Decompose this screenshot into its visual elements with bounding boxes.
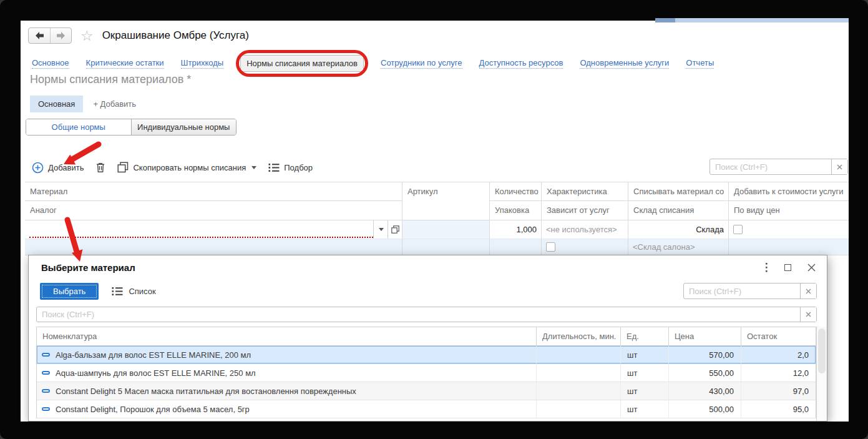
- quantity-cell[interactable]: 1,000: [490, 220, 542, 239]
- nomenclature-row[interactable]: Aqua-шампунь для волос EST ELLE MARINE, …: [37, 364, 816, 382]
- forward-button[interactable]: [50, 28, 71, 43]
- nav-active-chip-wrap: Нормы списания материалов: [240, 55, 364, 72]
- warehouse-cell[interactable]: <Склад салона>: [628, 239, 729, 255]
- col-header-duration[interactable]: Длительность, мин.: [537, 327, 621, 345]
- dialog-search-clear-wide[interactable]: [800, 307, 816, 322]
- depends-cell[interactable]: [542, 239, 628, 255]
- scrollbar-thumb[interactable]: [818, 328, 826, 373]
- favorite-star-icon[interactable]: ☆: [80, 29, 94, 43]
- characteristic-cell[interactable]: <не используется>: [542, 220, 628, 239]
- nav-tab-writeoff-norms[interactable]: Нормы списания материалов: [240, 55, 364, 72]
- item-stock: 12,0: [741, 364, 816, 382]
- nav-link-simultaneous[interactable]: Одновременные услуги: [580, 58, 669, 69]
- col-header-material[interactable]: Материал: [25, 182, 402, 201]
- nav-link-resources[interactable]: Доступность ресурсов: [479, 58, 563, 69]
- writeoff-from-cell[interactable]: Склада: [628, 220, 729, 239]
- material-cell[interactable]: [25, 220, 402, 239]
- item-unit: шт: [621, 400, 669, 418]
- col-header-quantity[interactable]: Количество: [490, 182, 542, 201]
- price-type-cell[interactable]: [729, 239, 849, 255]
- col-header-depends[interactable]: Зависит от услуг: [542, 201, 628, 220]
- open-item-icon: [391, 225, 399, 234]
- dialog-more-button[interactable]: [766, 263, 768, 272]
- app-window: ☆ Окрашивание Омбре (Услуга) Основное Кр…: [21, 21, 849, 422]
- maximize-icon: [784, 264, 791, 271]
- col-header-unit[interactable]: Ед.: [621, 327, 669, 345]
- list-view-button[interactable]: Список: [112, 287, 155, 296]
- pick-button[interactable]: Подбор: [268, 163, 313, 172]
- dialog-title: Выберите материал: [41, 262, 135, 273]
- dialog-search-input-top[interactable]: [684, 284, 800, 298]
- nomenclature-row-selected[interactable]: Alga-бальзам для волос EST ELLE MARINE, …: [37, 346, 816, 364]
- col-header-price[interactable]: Цена: [669, 327, 741, 345]
- tab-main[interactable]: Основная: [30, 96, 83, 112]
- plus-circle-icon: [32, 162, 44, 174]
- col-header-nomenclature[interactable]: Номенклатура: [37, 327, 537, 345]
- pack-cell[interactable]: [490, 239, 542, 255]
- more-dots-icon: [766, 263, 768, 272]
- col-header-writeoff-warehouse[interactable]: Склад списания: [628, 201, 729, 220]
- nav-link-critical-stock[interactable]: Критические остатки: [86, 58, 164, 69]
- main-search-box: [710, 159, 848, 175]
- item-duration: [537, 400, 621, 418]
- item-duration: [537, 382, 621, 400]
- dialog-maximize-button[interactable]: [784, 264, 791, 271]
- nomenclature-item-icon: [42, 353, 50, 357]
- dialog-close-button[interactable]: [807, 264, 816, 272]
- add-row-button[interactable]: Добавить: [32, 162, 84, 174]
- nomenclature-row[interactable]: Constant Delight 5 Масел маска питатильн…: [37, 382, 816, 400]
- page-title: Нормы списания материалов *: [30, 73, 191, 86]
- dialog-search-top: [683, 283, 817, 299]
- copy-norms-button[interactable]: Скопировать нормы списания: [117, 162, 256, 173]
- nav-link-employees[interactable]: Сотрудники по услуге: [381, 58, 462, 69]
- nomenclature-item-icon: [42, 371, 50, 375]
- background-window-edge: [675, 18, 849, 22]
- material-dropdown-button[interactable]: [373, 220, 388, 239]
- add-to-cost-cell[interactable]: [729, 220, 849, 239]
- col-header-pack[interactable]: Упаковка: [490, 201, 542, 220]
- window-title: Окрашивание Омбре (Услуга): [102, 29, 249, 42]
- col-header-writeoff-from[interactable]: Списывать материал со: [628, 182, 729, 201]
- col-header-article[interactable]: Артикул: [402, 182, 490, 220]
- dialog-search-input-wide[interactable]: [37, 307, 800, 322]
- nav-link-main[interactable]: Основное: [32, 58, 69, 69]
- add-to-cost-checkbox[interactable]: [733, 225, 743, 234]
- main-search-clear-button[interactable]: [831, 159, 847, 174]
- list-icon: [268, 163, 280, 172]
- segment-general-norms[interactable]: Общие нормы: [26, 119, 132, 135]
- history-nav-group: [28, 27, 72, 44]
- main-search-input[interactable]: [710, 159, 831, 174]
- nomenclature-row[interactable]: Constant Delight, Порошок для объема 5 м…: [37, 400, 816, 418]
- material-input-required[interactable]: [29, 225, 373, 238]
- item-name: Constant Delight, Порошок для объема 5 м…: [56, 405, 250, 414]
- dropdown-caret-icon: [379, 228, 384, 231]
- depends-checkbox[interactable]: [546, 242, 555, 252]
- select-button[interactable]: Выбрать: [40, 283, 99, 300]
- col-header-price-type[interactable]: По виду цен: [729, 201, 849, 220]
- material-open-button[interactable]: [388, 220, 402, 239]
- nav-link-reports[interactable]: Отчеты: [686, 58, 714, 69]
- analog-cell[interactable]: [25, 239, 402, 255]
- back-button[interactable]: [29, 28, 50, 43]
- col-header-characteristic[interactable]: Характеристика: [542, 182, 628, 201]
- window-header: ☆ Окрашивание Омбре (Услуга): [28, 27, 249, 44]
- item-stock: 2,0: [741, 346, 816, 363]
- article-cell-2[interactable]: [402, 239, 490, 255]
- trash-icon: [95, 162, 105, 173]
- col-header-analog[interactable]: Аналог: [25, 201, 402, 220]
- segment-individual-norms[interactable]: Индивидуальные нормы: [132, 119, 237, 135]
- nav-link-barcodes[interactable]: Штрихкоды: [181, 58, 224, 69]
- dialog-search-clear-top[interactable]: [800, 284, 816, 298]
- dialog-search-wide: [36, 307, 817, 322]
- col-header-stock[interactable]: Остаток: [741, 327, 816, 345]
- col-header-add-to-cost[interactable]: Добавить к стоимости услуги: [729, 182, 849, 201]
- background-window-edge: [655, 18, 675, 22]
- nomenclature-table-header: Номенклатура Длительность, мин. Ед. Цена…: [37, 327, 816, 346]
- tab-add-button[interactable]: + Добавить: [93, 99, 136, 109]
- delete-row-button[interactable]: [95, 162, 105, 173]
- table-toolbar: Добавить Скопировать нормы списания: [32, 159, 313, 176]
- dialog-scrollbar[interactable]: [816, 327, 827, 421]
- item-name: Aqua-шампунь для волос EST ELLE MARINE, …: [56, 368, 256, 378]
- article-cell[interactable]: [402, 220, 490, 239]
- item-unit: шт: [621, 346, 669, 363]
